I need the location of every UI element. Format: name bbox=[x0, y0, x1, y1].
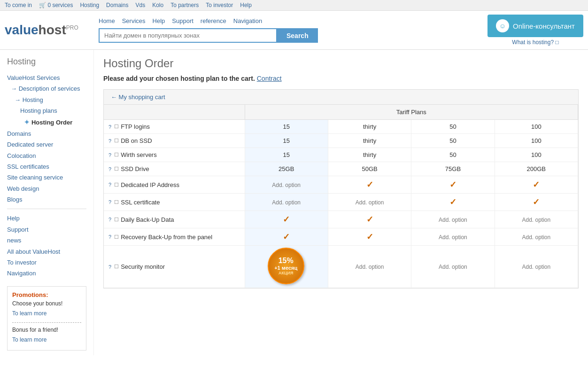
nav-navigation[interactable]: Navigation bbox=[233, 17, 262, 24]
feature-name: Recovery Back-Up from the panel bbox=[121, 234, 212, 241]
topbar-cart[interactable]: 🛒 0 services bbox=[39, 2, 73, 8]
checkbox-icon[interactable]: ☐ bbox=[114, 166, 119, 172]
feature-label-cell: ?☐SSL certificate bbox=[104, 194, 245, 211]
checkbox-icon[interactable]: ☐ bbox=[114, 182, 119, 188]
help-question[interactable]: ? bbox=[108, 264, 111, 270]
sidebar-item-description[interactable]: → Description of services bbox=[7, 83, 86, 94]
topbar-hosting[interactable]: Hosting bbox=[80, 2, 99, 8]
help-question[interactable]: ? bbox=[108, 182, 111, 187]
shopping-cart-link[interactable]: ← My shopping cart bbox=[111, 94, 165, 101]
checkbox-icon[interactable]: ☐ bbox=[114, 199, 119, 205]
consultant-label: Online-консультант bbox=[513, 22, 575, 30]
cell-value: 15 bbox=[283, 137, 289, 144]
feature-name: Dedicated IP Address bbox=[121, 181, 179, 188]
sidebar-title: Hosting bbox=[7, 57, 86, 67]
help-question[interactable]: ? bbox=[108, 152, 111, 158]
sidebar-item-hosting-plans[interactable]: Hosting plans bbox=[7, 105, 86, 116]
nav-support[interactable]: Support bbox=[172, 17, 193, 24]
checkmark-icon: ✓ bbox=[449, 180, 456, 189]
sidebar-item-ssl[interactable]: SSL certificates bbox=[7, 161, 86, 172]
topbar-partners[interactable]: To partners bbox=[170, 2, 199, 8]
consultant-button[interactable]: ☺ Online-консультант bbox=[487, 15, 583, 37]
search-input[interactable] bbox=[99, 28, 277, 43]
feature-value-col4: 100 bbox=[495, 134, 578, 148]
feature-value-col1: Add. option bbox=[245, 194, 328, 211]
feature-value-col3: 50 bbox=[411, 134, 495, 148]
add-to-cart-message: Please add your chosen hosting plan to t… bbox=[103, 75, 579, 82]
table-row: ?☐Wirth servers15thirty50100 bbox=[104, 148, 578, 162]
feature-value-col3: Add. option bbox=[411, 228, 495, 246]
nav-services[interactable]: Services bbox=[122, 17, 146, 24]
feature-label-cell: ?☐Recovery Back-Up from the panel bbox=[104, 228, 245, 246]
sidebar-item-web-design[interactable]: Web design bbox=[7, 183, 86, 194]
sidebar-item-domains[interactable]: Domains bbox=[7, 128, 86, 139]
what-hosting-link[interactable]: What is hosting? □ bbox=[512, 39, 558, 46]
sidebar-arrow2: → bbox=[15, 96, 23, 103]
sidebar-item-hosting[interactable]: → Hosting bbox=[7, 94, 86, 105]
feature-name: SSD Drive bbox=[121, 165, 149, 172]
feature-value-col4: 100 bbox=[495, 148, 578, 162]
sidebar-item-help[interactable]: Help bbox=[7, 213, 86, 224]
nav-home[interactable]: Home bbox=[99, 17, 115, 24]
help-question[interactable]: ? bbox=[108, 217, 111, 222]
feature-name: FTP logins bbox=[121, 123, 150, 130]
topbar-come-in[interactable]: To come in bbox=[5, 2, 32, 8]
table-header-feature bbox=[104, 105, 245, 120]
checkbox-icon[interactable]: ☐ bbox=[114, 138, 119, 144]
nav-reference[interactable]: reference bbox=[201, 17, 226, 24]
tariff-table: Tariff Plans ?☐FTP logins15thirty50100?☐… bbox=[104, 105, 578, 288]
consultant-face-icon: ☺ bbox=[496, 19, 509, 32]
feature-name: DB on SSD bbox=[121, 137, 152, 144]
sidebar-item-blogs[interactable]: Blogs bbox=[7, 194, 86, 205]
checkbox-icon[interactable]: ☐ bbox=[114, 217, 119, 223]
topbar-kolo[interactable]: Kolo bbox=[152, 2, 163, 8]
help-question[interactable]: ? bbox=[108, 138, 111, 144]
sidebar-item-valuehost-services[interactable]: ValueHost Services bbox=[7, 72, 86, 83]
help-question[interactable]: ? bbox=[108, 124, 111, 130]
checkbox-icon[interactable]: ☐ bbox=[114, 152, 119, 158]
promotions-item2-text: Bonus for a friend! bbox=[12, 327, 81, 333]
badge-percent: 15% bbox=[279, 257, 294, 265]
sidebar-item-support[interactable]: Support bbox=[7, 224, 86, 235]
feature-label-cell: ?☐DB on SSD bbox=[104, 134, 245, 148]
checkbox-icon[interactable]: ☐ bbox=[114, 264, 119, 270]
checkmark-icon: ✓ bbox=[366, 232, 373, 242]
sidebar-item-investor[interactable]: To investor bbox=[7, 257, 86, 268]
help-question[interactable]: ? bbox=[108, 166, 111, 172]
main-nav: Home Services Help Support reference Nav… bbox=[99, 17, 478, 24]
cell-value: 50 bbox=[449, 137, 456, 144]
sidebar-item-about[interactable]: All about ValueHost bbox=[7, 246, 86, 257]
sidebar-item-navigation[interactable]: Navigation bbox=[7, 268, 86, 279]
promotions-item1-link[interactable]: To learn more bbox=[12, 309, 81, 319]
feature-value-col1: 15 bbox=[245, 134, 328, 148]
cell-value: 100 bbox=[531, 137, 542, 144]
nav-search-area: Home Services Help Support reference Nav… bbox=[99, 17, 478, 43]
checkbox-icon[interactable]: ☐ bbox=[114, 234, 119, 240]
sidebar-item-colocation[interactable]: Colocation bbox=[7, 150, 86, 161]
help-question[interactable]: ? bbox=[108, 199, 111, 205]
checkmark-icon: ✓ bbox=[283, 215, 290, 224]
contract-link[interactable]: Contract bbox=[257, 75, 282, 82]
cell-value: 50GB bbox=[362, 165, 377, 172]
sidebar-item-site-cleaning[interactable]: Site cleaning service bbox=[7, 172, 86, 183]
feature-value-col3: ✓ bbox=[411, 194, 495, 211]
promotions-item2-link[interactable]: To learn more bbox=[12, 335, 81, 345]
sidebar-item-dedicated[interactable]: Dedicated server bbox=[7, 139, 86, 150]
feature-value-col3: Add. option bbox=[411, 211, 495, 228]
topbar-domains[interactable]: Domains bbox=[106, 2, 128, 8]
cell-value: 75GB bbox=[445, 165, 461, 172]
feature-name: Wirth servers bbox=[121, 151, 157, 158]
topbar-vds[interactable]: Vds bbox=[135, 2, 145, 8]
topbar-investor[interactable]: To investor bbox=[206, 2, 233, 8]
sidebar-item-news[interactable]: news bbox=[7, 235, 86, 246]
table-row: ?☐SSD Drive25GB50GB75GB200GB bbox=[104, 162, 578, 176]
search-button[interactable]: Search bbox=[277, 28, 318, 43]
table-row: ?☐FTP logins15thirty50100 bbox=[104, 120, 578, 134]
help-question[interactable]: ? bbox=[108, 234, 111, 240]
feature-value-col2: ✓ bbox=[328, 176, 411, 194]
nav-help[interactable]: Help bbox=[153, 17, 165, 24]
checkbox-icon[interactable]: ☐ bbox=[114, 124, 119, 130]
feature-label-cell: ?☐Wirth servers bbox=[104, 148, 245, 162]
checkmark-icon: ✓ bbox=[449, 197, 456, 207]
cell-value: 15 bbox=[283, 151, 289, 158]
